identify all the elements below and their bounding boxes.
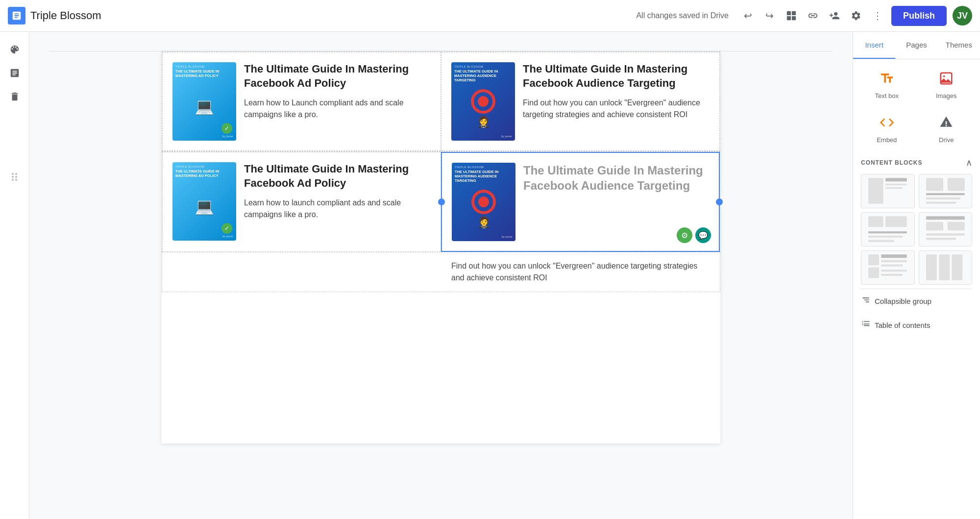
inline-icon-teal[interactable]: 💬 [695,227,711,243]
pages-tool[interactable] [5,63,24,83]
logo-icon [8,7,25,25]
svg-rect-28 [882,260,907,262]
svg-rect-1 [792,11,796,15]
app-header: Triple Blossom All changes saved in Driv… [0,0,980,32]
bottom-content-grid: TRIPLE BLOSSOM THE ULTIMATE GUIDE IN MAS… [162,151,720,252]
bottom-cell-2-selected[interactable]: TRIPLE BLOSSOM THE ULTIMATE GUIDE IN MAS… [441,152,720,252]
text-box-label: Text box [875,92,899,99]
bottom-cell-1-title: The Ultimate Guide In Mastering Facebook… [244,162,431,190]
book-cover-ad-policy-bottom: TRIPLE BLOSSOM THE ULTIMATE GUIDE IN MAS… [172,162,236,241]
block-thumb-5[interactable] [861,250,915,285]
right-sidebar: Insert Pages Themes Text box [853,32,980,519]
svg-rect-29 [882,265,903,267]
bottom-cell-1-body: Learn how to launch compliant ads and sc… [244,197,431,221]
drag-handle[interactable] [10,169,19,185]
link-button[interactable] [803,6,823,25]
more-button[interactable]: ⋮ [868,6,887,25]
palette-tool[interactable] [5,40,24,59]
svg-rect-23 [926,234,965,236]
svg-rect-32 [926,255,937,280]
resize-handle-right[interactable] [716,198,723,205]
ruler [49,42,833,51]
svg-rect-18 [868,236,903,238]
svg-rect-16 [885,217,907,227]
blocks-grid [861,174,972,285]
embed-label: Embed [877,136,897,144]
svg-rect-22 [948,222,965,230]
insert-text-box[interactable]: Text box [861,67,913,103]
content-blocks-title: CONTENT BLOCKS [861,159,922,166]
svg-rect-31 [882,274,903,276]
delete-tool[interactable] [5,87,24,106]
resize-handle-left[interactable] [438,198,445,205]
avatar[interactable]: JV [953,6,972,25]
svg-rect-21 [926,222,943,230]
toc-icon [861,319,871,331]
collapsible-group-icon [861,295,871,307]
top-cell-1-body: Learn how to Launch compliant ads and sc… [244,97,431,121]
content-blocks-header: CONTENT BLOCKS ∧ [861,157,972,168]
top-cell-2-body: Find out how you can unlock "Evergreen" … [523,97,710,121]
insert-drive[interactable]: Drive [921,111,973,148]
svg-rect-33 [939,255,950,280]
insert-images[interactable]: Images [921,67,973,103]
main-layout: TRIPLE BLOSSOM THE ULTIMATE GUIDE IN MAS… [0,32,980,519]
drive-icon [939,115,954,133]
svg-rect-15 [868,217,883,227]
svg-rect-30 [882,270,907,272]
toc-label: Table of contents [875,321,930,329]
redo-button[interactable]: ↪ [760,6,780,25]
svg-rect-25 [868,255,879,266]
svg-rect-17 [868,231,907,233]
top-cell-2-title: The Ultimate Guide In Mastering Facebook… [523,62,710,90]
bottom-cell-1[interactable]: TRIPLE BLOSSOM THE ULTIMATE GUIDE IN MAS… [162,152,441,252]
svg-rect-34 [952,255,962,280]
svg-rect-7 [885,178,907,182]
layout-button[interactable] [782,6,801,25]
book-cover-audience-top: TRIPLE BLOSSOM THE ULTIMATE GUIDE IN MAS… [451,62,515,141]
publish-button[interactable]: Publish [891,6,947,26]
svg-rect-6 [868,178,883,204]
save-status: All changes saved in Drive [636,11,729,20]
settings-button[interactable] [846,6,866,25]
top-content-grid: TRIPLE BLOSSOM THE ULTIMATE GUIDE IN MAS… [162,51,720,151]
app-title: Triple Blossom [30,9,101,22]
block-thumb-1[interactable] [861,174,915,208]
page-content: TRIPLE BLOSSOM THE ULTIMATE GUIDE IN MAS… [162,51,720,444]
svg-rect-13 [926,198,960,199]
block-thumb-3[interactable] [861,212,915,247]
svg-rect-24 [926,238,956,240]
toc-item[interactable]: Table of contents [861,313,972,337]
svg-rect-27 [882,255,907,258]
text-box-icon [880,71,894,89]
block-thumb-6[interactable] [919,250,973,285]
svg-rect-8 [885,184,907,185]
svg-rect-11 [948,178,965,191]
tab-insert[interactable]: Insert [853,32,895,59]
svg-rect-2 [787,16,791,20]
svg-rect-3 [792,16,796,20]
undo-button[interactable]: ↩ [738,6,758,25]
svg-rect-14 [926,202,956,204]
tab-themes[interactable]: Themes [938,32,980,59]
inline-icon-green[interactable]: ⚙ [677,227,692,243]
block-thumb-2[interactable] [919,174,973,208]
left-sidebar [0,32,29,519]
insert-embed[interactable]: Embed [861,111,913,148]
svg-rect-9 [885,187,903,189]
svg-point-5 [943,75,945,77]
images-label: Images [936,92,957,99]
svg-rect-0 [787,11,791,15]
sidebar-tabs: Insert Pages Themes [853,32,980,59]
tab-pages[interactable]: Pages [895,32,937,59]
toolbar-icons: ↩ ↪ ⋮ [738,6,887,25]
top-cell-1-title: The Ultimate Guide In Mastering Facebook… [244,62,431,90]
embed-icon [880,115,894,133]
content-blocks-collapse[interactable]: ∧ [966,157,972,168]
book-cover-ad-policy-top: TRIPLE BLOSSOM THE ULTIMATE GUIDE IN MAS… [172,62,236,141]
share-button[interactable] [825,6,844,25]
block-thumb-4[interactable] [919,212,973,247]
collapsible-group-item[interactable]: Collapsible group [861,289,972,313]
book-cover-audience-bottom: TRIPLE BLOSSOM THE ULTIMATE GUIDE IN MAS… [452,163,515,241]
svg-rect-26 [868,268,879,278]
